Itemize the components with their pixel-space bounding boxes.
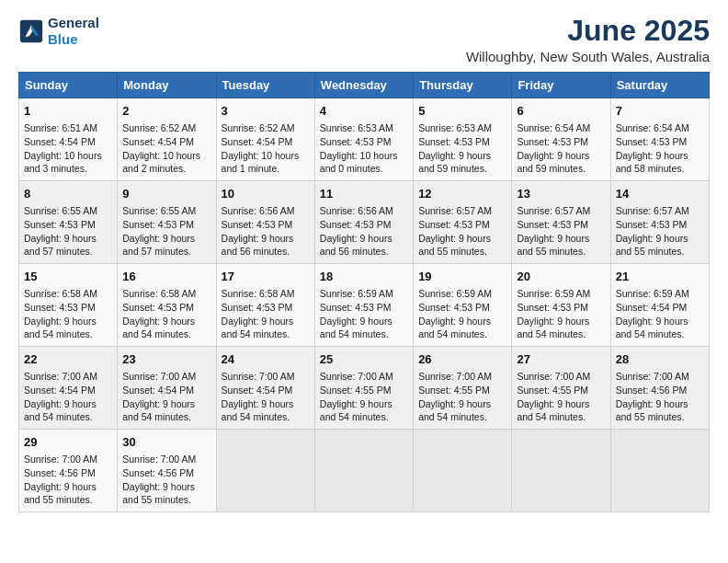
day-number: 23 (122, 351, 210, 368)
day-info-line: Sunrise: 6:54 AM (616, 121, 704, 135)
day-info-line: and 54 minutes. (418, 410, 506, 424)
day-info-line: and 55 minutes. (24, 493, 112, 507)
calendar-cell (216, 429, 314, 511)
day-info-line: Daylight: 10 hours (320, 149, 408, 163)
day-info-line: and 55 minutes. (517, 245, 605, 259)
day-number: 29 (24, 434, 112, 451)
calendar-cell: 4Sunrise: 6:53 AMSunset: 4:53 PMDaylight… (314, 98, 413, 181)
day-info-line: Daylight: 9 hours (616, 232, 704, 246)
day-info-line: Sunrise: 6:58 AM (24, 287, 112, 301)
day-info-line: Sunset: 4:53 PM (320, 135, 408, 149)
day-info-line: Daylight: 9 hours (517, 315, 605, 328)
day-number: 27 (517, 351, 605, 368)
day-info-line: Sunrise: 6:52 AM (222, 121, 310, 135)
day-info-line: and 59 minutes. (418, 162, 506, 176)
day-info-line: Sunset: 4:53 PM (320, 301, 408, 315)
day-info-line: Sunset: 4:53 PM (24, 301, 112, 315)
day-info-line: Sunset: 4:54 PM (122, 135, 210, 149)
day-info-line: and 54 minutes. (418, 327, 506, 341)
day-info-line: Sunrise: 6:57 AM (517, 204, 605, 218)
day-info-line: Sunrise: 6:59 AM (517, 287, 605, 301)
day-info-line: Sunrise: 7:00 AM (320, 370, 408, 384)
day-info-line: Sunset: 4:53 PM (418, 218, 506, 232)
day-info-line: Sunrise: 6:54 AM (517, 121, 605, 135)
calendar-cell: 13Sunrise: 6:57 AMSunset: 4:53 PMDayligh… (512, 181, 610, 264)
day-info-line: Daylight: 9 hours (222, 232, 310, 246)
day-number: 30 (122, 434, 210, 451)
day-info-line: Sunrise: 6:57 AM (616, 204, 704, 218)
day-info-line: and 55 minutes. (616, 245, 704, 259)
day-info-line: Sunrise: 6:58 AM (222, 287, 310, 301)
day-info-line: Sunset: 4:53 PM (320, 218, 408, 232)
calendar-cell: 10Sunrise: 6:56 AMSunset: 4:53 PMDayligh… (216, 181, 314, 264)
day-info-line: and 54 minutes. (122, 327, 210, 341)
day-info-line: Sunset: 4:54 PM (24, 135, 112, 149)
header-cell-thursday: Thursday (414, 73, 512, 98)
day-info-line: Sunset: 4:55 PM (418, 384, 506, 397)
day-info-line: Sunset: 4:53 PM (517, 135, 605, 149)
day-info-line: and 1 minute. (222, 162, 310, 176)
calendar-cell: 15Sunrise: 6:58 AMSunset: 4:53 PMDayligh… (19, 264, 118, 347)
day-info-line: and 54 minutes. (616, 327, 704, 341)
day-info-line: Sunrise: 7:00 AM (122, 453, 210, 466)
calendar-cell: 26Sunrise: 7:00 AMSunset: 4:55 PMDayligh… (414, 347, 512, 430)
day-info-line: Sunset: 4:53 PM (616, 135, 704, 149)
day-info-line: Daylight: 9 hours (517, 149, 605, 163)
day-info-line: Sunset: 4:56 PM (122, 466, 210, 480)
day-info-line: Sunrise: 6:53 AM (320, 121, 408, 135)
day-info-line: Daylight: 9 hours (122, 315, 210, 328)
calendar-cell: 29Sunrise: 7:00 AMSunset: 4:56 PMDayligh… (19, 429, 118, 511)
day-number: 19 (418, 269, 506, 285)
day-info-line: and 54 minutes. (222, 327, 310, 341)
title-area: June 2025 Willoughby, New South Wales, A… (466, 15, 710, 64)
day-info-line: Sunrise: 6:56 AM (222, 204, 310, 218)
day-info-line: and 59 minutes. (517, 162, 605, 176)
calendar-header-row: SundayMondayTuesdayWednesdayThursdayFrid… (19, 73, 710, 98)
calendar-cell (414, 429, 512, 511)
calendar-cell: 2Sunrise: 6:52 AMSunset: 4:54 PMDaylight… (118, 98, 216, 181)
day-info-line: Sunrise: 6:59 AM (616, 287, 704, 301)
day-number: 21 (616, 269, 704, 285)
week-row-5: 29Sunrise: 7:00 AMSunset: 4:56 PMDayligh… (19, 429, 710, 511)
day-info-line: and 3 minutes. (24, 162, 112, 176)
day-number: 20 (517, 269, 605, 285)
day-info-line: and 54 minutes. (320, 327, 408, 341)
day-info-line: Daylight: 9 hours (320, 397, 408, 411)
day-info-line: Daylight: 9 hours (616, 315, 704, 328)
header-cell-saturday: Saturday (610, 73, 709, 98)
day-info-line: Daylight: 9 hours (222, 397, 310, 411)
day-number: 16 (122, 269, 210, 285)
calendar-cell: 16Sunrise: 6:58 AMSunset: 4:53 PMDayligh… (118, 264, 216, 347)
day-info-line: Sunrise: 6:53 AM (418, 121, 506, 135)
day-info-line: and 54 minutes. (122, 410, 210, 424)
day-info-line: Sunset: 4:53 PM (418, 301, 506, 315)
day-info-line: Daylight: 10 hours (24, 149, 112, 163)
day-info-line: and 55 minutes. (418, 245, 506, 259)
day-info-line: and 57 minutes. (24, 245, 112, 259)
day-info-line: and 54 minutes. (24, 327, 112, 341)
calendar-cell (314, 429, 413, 511)
day-info-line: Sunrise: 6:57 AM (418, 204, 506, 218)
day-number: 1 (24, 103, 112, 120)
calendar-cell: 3Sunrise: 6:52 AMSunset: 4:54 PMDaylight… (216, 98, 314, 181)
calendar-cell: 1Sunrise: 6:51 AMSunset: 4:54 PMDaylight… (19, 98, 118, 181)
day-info-line: Sunrise: 6:59 AM (320, 287, 408, 301)
day-info-line: Sunset: 4:53 PM (122, 301, 210, 315)
day-number: 11 (320, 186, 408, 202)
day-info-line: Sunset: 4:56 PM (616, 384, 704, 397)
calendar-cell: 19Sunrise: 6:59 AMSunset: 4:53 PMDayligh… (414, 264, 512, 347)
day-info-line: Sunset: 4:53 PM (222, 301, 310, 315)
day-number: 10 (222, 186, 310, 202)
week-row-4: 22Sunrise: 7:00 AMSunset: 4:54 PMDayligh… (19, 347, 710, 430)
calendar-cell: 12Sunrise: 6:57 AMSunset: 4:53 PMDayligh… (414, 181, 512, 264)
day-info-line: Daylight: 9 hours (122, 397, 210, 411)
day-info-line: Sunset: 4:54 PM (24, 384, 112, 397)
day-number: 15 (24, 269, 112, 285)
calendar-cell: 30Sunrise: 7:00 AMSunset: 4:56 PMDayligh… (118, 429, 216, 511)
day-number: 5 (418, 103, 506, 120)
calendar-cell: 22Sunrise: 7:00 AMSunset: 4:54 PMDayligh… (19, 347, 118, 430)
day-info-line: Sunrise: 6:56 AM (320, 204, 408, 218)
day-info-line: and 55 minutes. (122, 493, 210, 507)
calendar-cell (512, 429, 610, 511)
day-info-line: Sunset: 4:54 PM (222, 384, 310, 397)
